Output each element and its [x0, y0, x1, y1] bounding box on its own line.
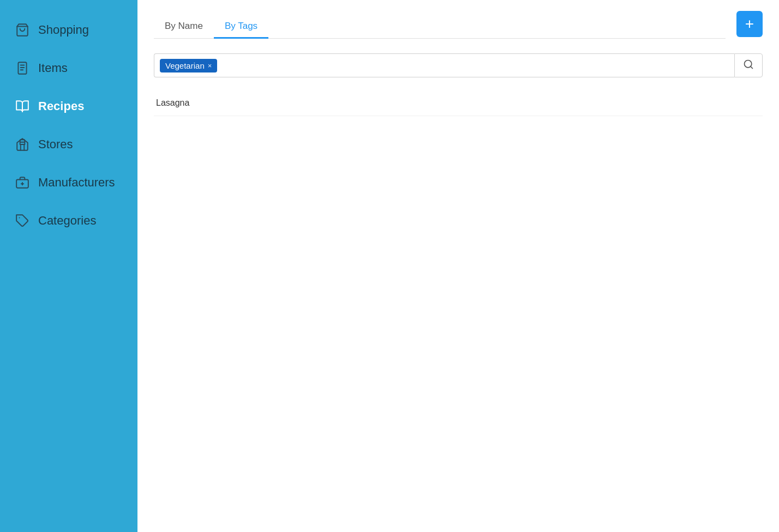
- sidebar-item-label: Stores: [38, 137, 73, 152]
- search-button[interactable]: [734, 53, 763, 77]
- sidebar-item-label: Recipes: [38, 99, 84, 113]
- tab-by-tags[interactable]: By Tags: [214, 15, 268, 39]
- sidebar-item-label: Manufacturers: [38, 176, 115, 190]
- recipes-icon: [15, 99, 29, 113]
- shopping-bag-icon: [15, 23, 29, 37]
- tag-chip-vegetarian: Vegetarian ×: [160, 59, 217, 72]
- tag-chip-label: Vegetarian: [165, 61, 205, 70]
- add-button[interactable]: +: [736, 11, 763, 37]
- sidebar-item-shopping[interactable]: Shopping: [0, 11, 137, 49]
- tab-by-name[interactable]: By Name: [154, 15, 214, 39]
- stores-icon: [15, 137, 29, 152]
- categories-icon: [15, 214, 29, 228]
- items-icon: [15, 61, 29, 75]
- sidebar-item-label: Categories: [38, 214, 96, 228]
- sidebar: Shopping Items Recipes: [0, 0, 137, 532]
- list-item[interactable]: Lasagna: [154, 90, 763, 116]
- header-row: By Name By Tags +: [154, 11, 763, 43]
- sidebar-item-stores[interactable]: Stores: [0, 125, 137, 164]
- main-content: By Name By Tags + Vegetarian × Lasagna: [137, 0, 779, 532]
- search-icon: [743, 59, 754, 72]
- remove-tag-vegetarian[interactable]: ×: [208, 62, 212, 69]
- results-list: Lasagna: [154, 90, 763, 116]
- svg-rect-1: [18, 62, 26, 74]
- sidebar-item-recipes[interactable]: Recipes: [0, 87, 137, 125]
- sidebar-item-manufacturers[interactable]: Manufacturers: [0, 164, 137, 202]
- sidebar-item-categories[interactable]: Categories: [0, 202, 137, 240]
- tabs: By Name By Tags: [154, 15, 726, 39]
- tag-input-container[interactable]: Vegetarian ×: [154, 53, 734, 77]
- sidebar-item-label: Shopping: [38, 23, 89, 37]
- search-row: Vegetarian ×: [154, 53, 763, 77]
- sidebar-item-items[interactable]: Items: [0, 49, 137, 87]
- svg-rect-5: [20, 140, 25, 142]
- sidebar-item-label: Items: [38, 61, 68, 75]
- manufacturers-icon: [15, 176, 29, 190]
- svg-line-13: [751, 66, 753, 68]
